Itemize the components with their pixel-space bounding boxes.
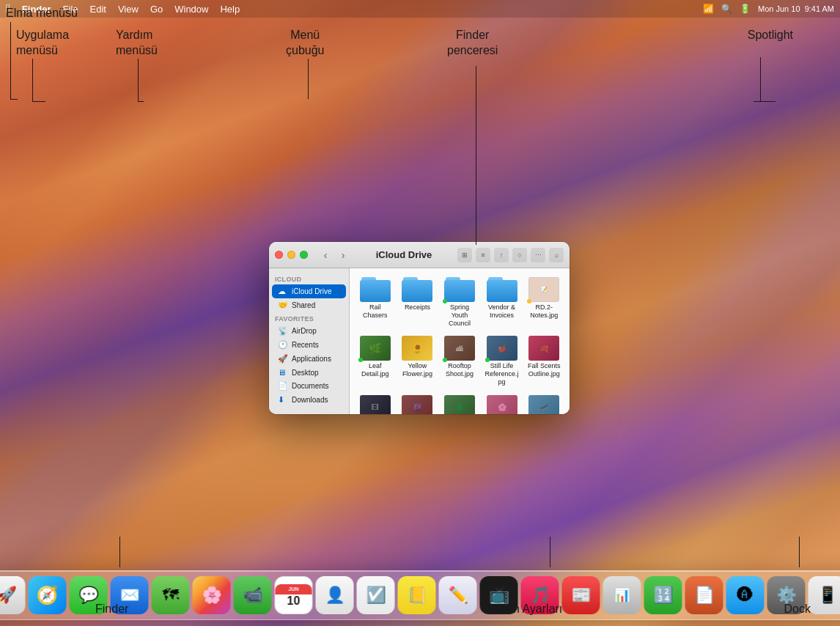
traffic-light-close[interactable]: [275, 251, 283, 259]
sidebar-item-applications[interactable]: 🚀 Applications: [272, 352, 346, 366]
dock-icon-photos[interactable]: 🌸: [193, 576, 231, 614]
menubar-spotlight-icon[interactable]: 🔍: [721, 4, 732, 14]
finder-item-lone-pine[interactable]: 🌲 Lone Pine.jpeg: [440, 392, 479, 414]
finder-share[interactable]: ↑: [494, 248, 509, 262]
finder-item-receipts[interactable]: Receipts: [398, 274, 438, 330]
dock-icon-appstore[interactable]: 🅐: [726, 576, 765, 614]
dock-icon-contacts[interactable]: 👤: [316, 576, 354, 614]
finder-item-vendor[interactable]: Vendor & Invoices: [482, 274, 522, 330]
dock-icon-numbers[interactable]: 🔢: [644, 576, 682, 614]
sidebar-shared-label: Shared: [292, 301, 315, 309]
dock-icon-facetime[interactable]: 📹: [234, 576, 272, 614]
folder-vendor: [487, 277, 517, 302]
dock-icon-istatmenus[interactable]: 📊: [603, 576, 641, 614]
finder-item-leaf[interactable]: 🌿 Leaf Detail.jpg: [355, 333, 395, 389]
finder-tag[interactable]: ○: [512, 248, 527, 262]
menubar-wifi-icon[interactable]: 📶: [703, 4, 714, 14]
annotation-line-finder-bottom: [119, 537, 120, 567]
thumb-lone-pine: 🌲: [444, 395, 475, 414]
thumb-title-cover: 🎞: [360, 395, 391, 414]
annotation-line-menu: [308, 59, 309, 99]
label-yellow-flower: Yellow Flower.jpg: [399, 362, 436, 378]
finder-item-rd2[interactable]: 📝 RD.2-Notes.jpg: [524, 274, 564, 330]
annotation-line-uygulama-h: [32, 101, 45, 102]
menubar-go[interactable]: Go: [150, 4, 163, 15]
menubar-battery-icon[interactable]: 🔋: [740, 4, 751, 14]
dock-icon-pages[interactable]: 📄: [685, 576, 723, 614]
finder-sidebar: iCloud ☁ iCloud Drive 🤝 Shared Favorites…: [269, 268, 350, 414]
finder-item-yellow-flower[interactable]: 🌻 Yellow Flower.jpg: [398, 333, 438, 389]
sidebar-item-downloads[interactable]: ⬇ Downloads: [272, 393, 346, 407]
menubar-view[interactable]: View: [118, 4, 139, 15]
dock-icon-safari[interactable]: 🧭: [29, 576, 67, 614]
finder-search-button[interactable]: ⌕: [549, 248, 564, 262]
sidebar-section-icloud: iCloud: [269, 273, 349, 284]
sidebar-item-shared[interactable]: 🤝 Shared: [272, 298, 346, 312]
menubar-datetime: Mon Jun 10 9:41 AM: [758, 4, 834, 13]
traffic-light-minimize[interactable]: [287, 251, 295, 259]
thumb-rooftop: 🏙: [444, 336, 475, 361]
sidebar-item-recents[interactable]: 🕐 Recents: [272, 338, 346, 352]
sidebar-desktop-label: Desktop: [292, 369, 319, 377]
thumb-fall-scents: 🍂: [528, 336, 559, 361]
sidebar-item-icloud-drive[interactable]: ☁ iCloud Drive: [272, 284, 346, 298]
finder-back-button[interactable]: ‹: [318, 248, 333, 262]
dock-icon-launchpad[interactable]: 🚀: [0, 576, 26, 614]
traffic-light-fullscreen[interactable]: [300, 251, 308, 259]
finder-item-pink[interactable]: 🌸 Pink.jpeg: [482, 392, 522, 414]
finder-item-still-life[interactable]: 🍎 Still Life Reference.jpg: [482, 333, 522, 389]
annotation-finder-label: Finder: [95, 602, 128, 617]
desktop-icon: 🖥: [278, 368, 288, 377]
label-rooftop: Rooftop Shoot.jpg: [441, 362, 478, 378]
finder-window[interactable]: ‹ › iCloud Drive ⊞ ≡ ↑ ○ ⋯ ⌕ iCloud ☁ iC…: [269, 242, 570, 414]
dock-icon-notes[interactable]: 📒: [398, 576, 436, 614]
dock-icon-news[interactable]: 📰: [562, 576, 600, 614]
dock-icon-freeform[interactable]: ✏️: [439, 576, 477, 614]
sidebar-icloud-drive-label: iCloud Drive: [292, 287, 331, 295]
sidebar-item-desktop[interactable]: 🖥 Desktop: [272, 366, 346, 379]
documents-icon: 📄: [278, 381, 288, 391]
finder-item-fall-scents[interactable]: 🍂 Fall Scents Outline.jpg: [524, 333, 564, 389]
dock-icon-iphone[interactable]: 📱: [808, 576, 841, 614]
annotation-spotlight: Spotlight: [748, 28, 793, 43]
annotation-sistem-ayarlari: Sistem Ayarları: [484, 602, 562, 617]
annotation-uygulama-menu: Uygulamamenüsü: [16, 28, 69, 59]
sidebar-applications-label: Applications: [292, 355, 331, 363]
finder-item-title-cover[interactable]: 🎞 Title Cover.jpg: [355, 392, 395, 414]
dock-icon-reminders[interactable]: ☑️: [357, 576, 395, 614]
dock-icon-calendar[interactable]: JUN 10: [275, 576, 313, 614]
airdrop-icon: 📡: [278, 326, 288, 336]
annotation-line-elma-h: [10, 99, 18, 100]
finder-item-rooftop[interactable]: 🏙 Rooftop Shoot.jpg: [440, 333, 479, 389]
menubar-right: 📶 🔍 🔋 Mon Jun 10 9:41 AM: [703, 4, 834, 14]
annotation-line-yardim: [138, 59, 139, 101]
sidebar-item-airdrop[interactable]: 📡 AirDrop: [272, 324, 346, 338]
annotation-line-elma: [10, 22, 11, 99]
thumb-still-life: 🍎: [487, 336, 517, 361]
annotation-finder-penceresi: Finderpenceresi: [447, 28, 498, 59]
annotation-yardim-menu: Yardımmenüsü: [116, 28, 158, 59]
menubar-left:  Finder File Edit View Go Window Help: [6, 2, 703, 15]
finder-forward-button[interactable]: ›: [336, 248, 350, 262]
folder-rail-chasers: [360, 277, 391, 302]
menubar-help[interactable]: Help: [220, 4, 240, 15]
annotation-elma-menu: Elma menüsü: [6, 6, 78, 21]
finder-view-toggle[interactable]: ⊞: [457, 248, 472, 262]
folder-spring-youth: [444, 277, 475, 302]
finder-item-spring-youth[interactable]: Spring Youth Council: [440, 274, 479, 330]
finder-item-rail-chasers[interactable]: Rail Chasers: [355, 274, 395, 330]
finder-item-skater[interactable]: 🛹 Skater.jpeg: [524, 392, 564, 414]
finder-view-list[interactable]: ≡: [476, 248, 490, 262]
annotation-line-dock: [799, 537, 800, 567]
sidebar-item-documents[interactable]: 📄 Documents: [272, 379, 346, 393]
label-leaf: Leaf Detail.jpg: [357, 362, 394, 378]
dock-icon-maps[interactable]: 🗺: [152, 576, 190, 614]
label-rd2: RD.2-Notes.jpg: [526, 303, 562, 320]
finder-item-mexico[interactable]: 🌆 Mexico City.jpeg: [398, 392, 438, 414]
menubar-edit[interactable]: Edit: [90, 4, 106, 15]
finder-toolbar-right: ⊞ ≡ ↑ ○ ⋯ ⌕: [457, 248, 564, 262]
finder-nav: ‹ ›: [318, 248, 350, 262]
annotation-menu-cubugu: Menüçubuğu: [286, 28, 325, 59]
menubar-window[interactable]: Window: [174, 4, 208, 15]
finder-more[interactable]: ⋯: [531, 248, 545, 262]
